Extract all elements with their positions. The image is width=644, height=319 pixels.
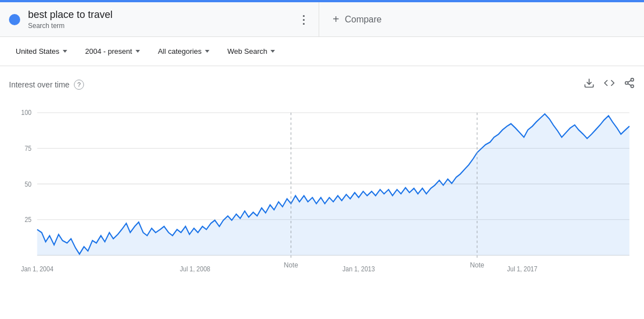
filter-type-label: Web Search <box>227 47 267 56</box>
svg-text:Note: Note <box>470 261 484 270</box>
download-icon[interactable] <box>584 77 595 91</box>
search-dot <box>9 14 20 25</box>
search-term-text: best place to travel Search term <box>28 9 310 30</box>
filter-date-label: 2004 - present <box>85 47 132 56</box>
compare-plus-icon: + <box>333 13 339 26</box>
filter-type[interactable]: Web Search <box>221 43 282 60</box>
svg-line-5 <box>628 80 631 82</box>
chevron-down-icon <box>136 50 140 53</box>
svg-text:50: 50 <box>25 181 31 187</box>
chart-title: Interest over time <box>9 80 69 89</box>
chevron-down-icon <box>63 50 67 53</box>
compare-label: Compare <box>345 15 382 25</box>
help-icon: ? <box>77 81 81 88</box>
svg-line-4 <box>628 84 631 85</box>
svg-text:Jul 1, 2017: Jul 1, 2017 <box>507 265 537 272</box>
filter-region-label: United States <box>16 47 59 56</box>
more-menu-icon[interactable]: ⋮ <box>298 13 310 26</box>
chart-actions <box>584 77 635 91</box>
chevron-down-icon <box>270 50 275 53</box>
svg-text:75: 75 <box>25 145 31 152</box>
filter-region[interactable]: United States <box>9 43 74 60</box>
search-area: best place to travel Search term ⋮ + Com… <box>0 2 644 37</box>
filter-date[interactable]: 2004 - present <box>78 43 147 60</box>
svg-point-3 <box>631 85 634 87</box>
chart-section: Interest over time ? <box>0 66 644 297</box>
svg-text:Jul 1, 2008: Jul 1, 2008 <box>180 265 210 272</box>
search-term-title: best place to travel <box>28 9 310 21</box>
search-term-box: best place to travel Search term ⋮ <box>0 2 319 36</box>
chevron-down-icon <box>205 50 209 53</box>
svg-point-2 <box>626 82 628 85</box>
embed-icon[interactable] <box>604 77 615 91</box>
filter-category-label: All categories <box>158 47 202 56</box>
svg-text:Jan 1, 2004: Jan 1, 2004 <box>21 265 53 272</box>
chart-header: Interest over time ? <box>9 77 635 91</box>
svg-text:Jan 1, 2013: Jan 1, 2013 <box>343 265 375 272</box>
svg-point-1 <box>631 78 634 81</box>
svg-text:Note: Note <box>284 261 298 270</box>
search-term-sub: Search term <box>28 22 310 30</box>
svg-text:25: 25 <box>25 216 31 223</box>
filters-bar: United States 2004 - present All categor… <box>0 37 644 66</box>
chart-svg: 100 75 50 25 Jan 1, 2004 Jul 1, 2008 Jan… <box>9 100 635 291</box>
chart-title-group: Interest over time ? <box>9 80 84 90</box>
svg-text:100: 100 <box>21 109 31 116</box>
help-circle[interactable]: ? <box>74 80 84 90</box>
compare-box[interactable]: + Compare <box>319 2 644 36</box>
filter-category[interactable]: All categories <box>151 43 216 60</box>
share-icon[interactable] <box>624 77 635 91</box>
chart-wrapper: 100 75 50 25 Jan 1, 2004 Jul 1, 2008 Jan… <box>9 100 635 291</box>
